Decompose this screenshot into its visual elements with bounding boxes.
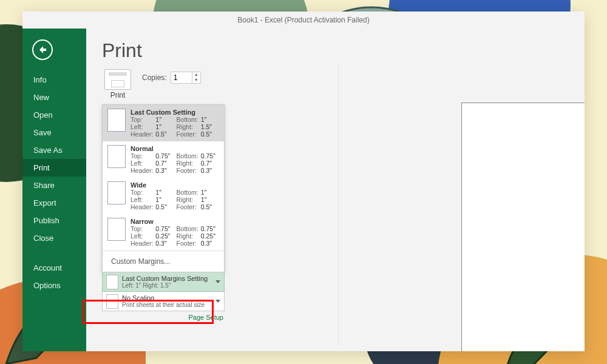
margins-option-normal[interactable]: Normal Top:0.75" Bottom:0.75" Left:0.7" … — [103, 141, 224, 178]
settings-row-margins[interactable]: Last Custom Margins Setting Left: 1" Rig… — [102, 272, 225, 292]
window-title: Book1 - Excel (Product Activation Failed… — [22, 12, 585, 29]
sidebar-item-open[interactable]: Open — [22, 106, 86, 124]
sidebar-item-print[interactable]: Print — [22, 159, 86, 177]
scaling-title: No Scaling — [122, 294, 212, 302]
chevron-down-icon — [215, 300, 220, 303]
settings-row-scaling[interactable]: No Scaling Print sheets at their actual … — [102, 292, 225, 311]
print-button-label: Print — [102, 91, 134, 99]
back-button[interactable] — [32, 39, 53, 60]
margins-option-title: Wide — [131, 181, 146, 189]
sidebar-item-export[interactable]: Export — [22, 194, 86, 212]
vertical-divider — [338, 64, 339, 344]
margins-thumb-icon — [107, 218, 126, 241]
margins-option-title: Narrow — [131, 218, 154, 225]
copies-up[interactable]: ▲ — [192, 72, 200, 78]
margins-option-last-custom[interactable]: Last Custom Setting Top:1" Bottom:1" Lef… — [103, 105, 224, 141]
sidebar-item-account[interactable]: Account — [22, 259, 86, 277]
page-setup-link[interactable]: Page Setup — [102, 311, 225, 321]
printer-icon — [104, 69, 131, 90]
margins-option-wide[interactable]: Wide Top:1" Bottom:1" Left:1" Right:1" H… — [103, 178, 224, 214]
sidebar-item-save[interactable]: Save — [22, 124, 86, 141]
print-page: Print Print Copies: ▲ ▼ — [86, 29, 585, 351]
sidebar-item-publish[interactable]: Publish — [22, 212, 86, 229]
copies-input[interactable] — [171, 72, 192, 83]
margins-option-title: Last Custom Setting — [131, 109, 195, 116]
page-margins-icon — [106, 275, 118, 289]
custom-margins-item[interactable]: Custom Margins... — [103, 251, 224, 272]
print-button[interactable]: Print — [102, 69, 134, 99]
chevron-down-icon — [215, 280, 220, 283]
sidebar-item-close[interactable]: Close — [22, 229, 86, 247]
margins-summary-title: Last Custom Margins Setting — [122, 275, 212, 282]
margins-thumb-icon — [107, 181, 126, 204]
copies-spinner[interactable]: ▲ ▼ — [171, 72, 201, 84]
margins-thumb-icon — [107, 145, 126, 168]
margins-option-narrow[interactable]: Narrow Top:0.75" Bottom:0.75" Left:0.25"… — [103, 214, 224, 251]
sidebar-item-share[interactable]: Share — [22, 177, 86, 194]
page-title: Print — [102, 39, 242, 62]
sidebar-item-info[interactable]: Info — [22, 71, 86, 89]
copies-label: Copies: — [142, 73, 167, 82]
margins-option-title: Normal — [131, 145, 154, 152]
excel-backstage-window: Book1 - Excel (Product Activation Failed… — [22, 12, 585, 351]
sidebar-item-save-as[interactable]: Save As — [22, 141, 86, 159]
backstage-sidebar: Info New Open Save Save As Print Share E… — [22, 29, 86, 351]
backstage-body: Info New Open Save Save As Print Share E… — [22, 29, 585, 351]
margins-dropdown: Last Custom Setting Top:1" Bottom:1" Lef… — [102, 104, 225, 272]
scaling-sub: Print sheets at their actual size — [122, 302, 212, 308]
print-preview — [461, 103, 585, 351]
margins-summary-sub: Left: 1" Right: 1.5" — [122, 282, 212, 289]
sidebar-item-new[interactable]: New — [22, 89, 86, 106]
sidebar-item-options[interactable]: Options — [22, 277, 86, 294]
copies-down[interactable]: ▼ — [192, 78, 200, 83]
margins-thumb-icon — [107, 109, 126, 132]
scaling-icon — [106, 294, 118, 309]
